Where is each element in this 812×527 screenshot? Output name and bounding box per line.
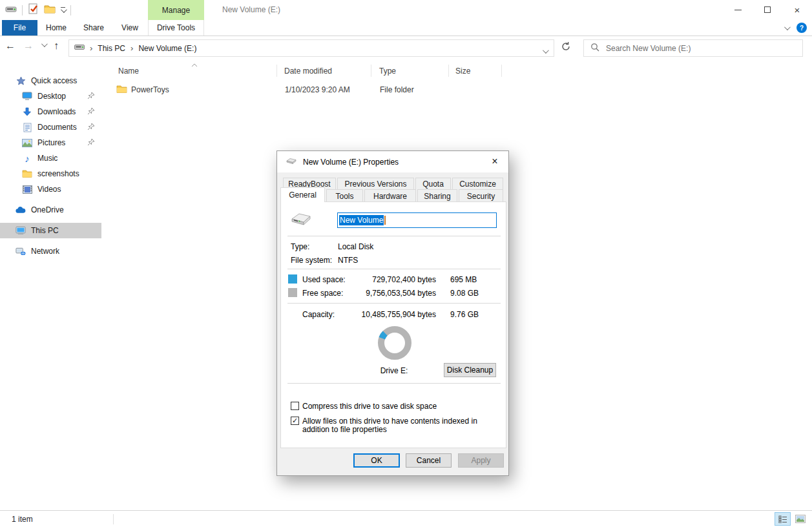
capacity-bytes: 10,485,755,904 bytes: [352, 310, 436, 319]
title-bar: Manage New Volume (E:) ×: [0, 0, 812, 20]
dialog-tab-row-front: General Tools Hardware Sharing Security: [280, 187, 505, 202]
folder-icon: [116, 85, 127, 96]
sidebar-item-pictures[interactable]: Pictures: [0, 135, 101, 150]
desktop-icon: [22, 91, 32, 101]
sidebar-item-screenshots[interactable]: screenshots: [0, 166, 101, 181]
file-type: File folder: [380, 85, 414, 94]
breadcrumb-drive-icon: [74, 43, 85, 53]
tab-file[interactable]: File: [2, 20, 37, 36]
pin-icon: [87, 123, 95, 132]
tab-home[interactable]: Home: [38, 20, 74, 36]
forward-button[interactable]: →: [23, 40, 34, 52]
column-header-date-modified[interactable]: Date modified: [284, 64, 332, 78]
close-button[interactable]: ×: [782, 0, 812, 19]
sort-ascending-icon[interactable]: [191, 60, 198, 69]
sidebar-item-music[interactable]: ♪ Music: [0, 150, 101, 166]
index-checkbox[interactable]: ✓: [291, 417, 299, 425]
recent-locations-icon[interactable]: [41, 41, 48, 47]
fs-label: File system:: [291, 256, 332, 265]
column-divider[interactable]: [276, 65, 277, 77]
drive-icon-large: [290, 211, 312, 230]
maximize-button[interactable]: [753, 0, 782, 19]
collapse-ribbon-icon[interactable]: [784, 24, 791, 30]
index-checkbox-label: Allow files on this drive to have conten…: [302, 417, 497, 434]
column-header-size[interactable]: Size: [455, 64, 470, 78]
tab-view[interactable]: View: [112, 20, 148, 36]
column-divider[interactable]: [448, 65, 449, 77]
sidebar-item-quick-access[interactable]: Quick access: [0, 73, 101, 88]
sidebar-item-network[interactable]: Network: [0, 243, 101, 259]
status-divider: [113, 514, 114, 524]
qat-separator: [22, 5, 23, 16]
breadcrumb-chevron: ›: [90, 43, 92, 53]
free-space-bytes: 9,756,053,504 bytes: [352, 289, 436, 298]
new-folder-icon[interactable]: [44, 4, 56, 16]
properties-icon[interactable]: [28, 3, 39, 17]
tab-share[interactable]: Share: [76, 20, 112, 36]
breadcrumb-current[interactable]: New Volume (E:): [138, 44, 196, 53]
picture-icon: [22, 138, 32, 148]
minimize-button[interactable]: [723, 0, 753, 19]
tab-hardware[interactable]: Hardware: [364, 189, 416, 202]
disk-cleanup-button[interactable]: Disk Cleanup: [444, 363, 496, 377]
sidebar-item-desktop[interactable]: Desktop: [0, 88, 101, 104]
ok-button[interactable]: OK: [353, 453, 400, 468]
customize-qat-icon[interactable]: [61, 7, 65, 13]
cancel-button[interactable]: Cancel: [406, 453, 452, 468]
help-icon[interactable]: ?: [796, 23, 807, 33]
compress-checkbox-label: Compress this drive to save disk space: [302, 402, 503, 411]
sidebar-item-documents[interactable]: Documents: [0, 119, 101, 135]
file-name: PowerToys: [131, 85, 169, 94]
search-box[interactable]: Search New Volume (E:): [583, 39, 803, 57]
file-date-modified: 1/10/2023 9:20 AM: [285, 85, 350, 94]
drive-icon: [286, 157, 297, 167]
file-explorer-window: Manage New Volume (E:) × File Home Share…: [0, 0, 812, 527]
ribbon-tab-row: File Home Share View Drive Tools ?: [0, 20, 812, 36]
tab-tools[interactable]: Tools: [326, 189, 363, 202]
capacity-label: Capacity:: [302, 310, 335, 319]
sidebar-item-this-pc[interactable]: This PC: [0, 223, 101, 238]
download-icon: [22, 107, 32, 117]
app-drive-icon: [5, 5, 17, 16]
breadcrumb-this-pc[interactable]: This PC: [98, 44, 125, 53]
tab-general[interactable]: General: [280, 187, 325, 202]
address-dropdown-icon[interactable]: [543, 47, 549, 54]
back-button[interactable]: ←: [5, 40, 16, 52]
dialog-close-icon[interactable]: ×: [484, 151, 506, 172]
search-placeholder: Search New Volume (E:): [606, 44, 691, 53]
onedrive-cloud-icon: [16, 205, 26, 215]
column-header-name[interactable]: Name: [118, 64, 139, 78]
pin-icon: [87, 92, 95, 101]
computer-icon: [16, 225, 26, 236]
sidebar-item-videos[interactable]: Videos: [0, 181, 101, 197]
capacity-size: 9.76 GB: [450, 310, 479, 319]
tab-sharing[interactable]: Sharing: [417, 189, 457, 202]
used-space-label: Used space:: [302, 275, 346, 284]
up-button[interactable]: ↑: [54, 40, 59, 52]
used-space-bytes: 729,702,400 bytes: [352, 275, 436, 284]
refresh-icon[interactable]: [561, 41, 571, 54]
sidebar-item-downloads[interactable]: Downloads: [0, 104, 101, 119]
breadcrumb-chevron: ›: [130, 43, 133, 53]
status-bar: 1 item: [0, 510, 812, 527]
sidebar-item-onedrive[interactable]: OneDrive: [0, 202, 101, 218]
navigation-pane: Quick access Desktop Downloads Doc: [0, 60, 102, 510]
details-view-button[interactable]: [775, 512, 791, 526]
network-icon: [16, 246, 26, 256]
free-space-swatch: [288, 288, 297, 297]
tab-security[interactable]: Security: [459, 189, 503, 202]
file-row-powertoys[interactable]: PowerToys 1/10/2023 9:20 AM File folder: [111, 82, 602, 98]
volume-label-input[interactable]: New Volume: [337, 212, 497, 228]
address-bar[interactable]: › This PC › New Volume (E:): [68, 39, 554, 57]
thumbnail-view-button[interactable]: [792, 512, 808, 526]
text-caret: [384, 216, 386, 225]
compress-checkbox[interactable]: [291, 402, 299, 410]
apply-button[interactable]: Apply: [458, 453, 504, 468]
column-header-type[interactable]: Type: [379, 64, 396, 78]
column-divider[interactable]: [501, 65, 502, 77]
manage-contextual-tab[interactable]: Manage: [148, 0, 204, 20]
tab-drive-tools[interactable]: Drive Tools: [148, 20, 204, 36]
used-space-swatch: [288, 274, 297, 284]
column-divider[interactable]: [371, 65, 371, 77]
free-space-label: Free space:: [302, 289, 343, 298]
